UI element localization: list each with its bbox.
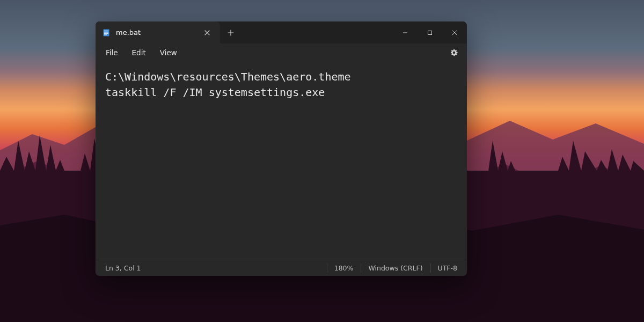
- plus-icon: [228, 30, 234, 36]
- menu-view[interactable]: View: [154, 46, 183, 60]
- status-line-endings[interactable]: Windows (CRLF): [361, 260, 430, 276]
- close-window-button[interactable]: [442, 21, 467, 43]
- menu-edit[interactable]: Edit: [126, 46, 152, 60]
- minimize-button[interactable]: [393, 21, 418, 43]
- maximize-button[interactable]: [418, 21, 442, 43]
- maximize-icon: [427, 30, 433, 35]
- tab-close-button[interactable]: [200, 25, 215, 40]
- minimize-icon: [402, 30, 408, 35]
- statusbar: Ln 3, Col 1 180% Windows (CRLF) UTF-8: [96, 260, 467, 276]
- status-zoom[interactable]: 180%: [327, 260, 361, 276]
- window-controls: [393, 21, 467, 43]
- titlebar[interactable]: me.bat: [96, 21, 467, 43]
- close-icon: [204, 30, 210, 35]
- close-icon: [452, 30, 457, 35]
- status-cursor-position[interactable]: Ln 3, Col 1: [98, 260, 149, 276]
- menubar: File Edit View: [96, 43, 467, 62]
- svg-rect-3: [104, 33, 108, 33]
- new-tab-button[interactable]: [220, 21, 241, 43]
- notepad-window: me.bat: [96, 21, 467, 276]
- svg-rect-5: [428, 31, 432, 34]
- gear-icon: [450, 48, 458, 57]
- status-encoding[interactable]: UTF-8: [430, 260, 465, 276]
- text-editor[interactable]: C:\Windows\resources\Themes\aero.theme t…: [96, 62, 467, 260]
- tab-mebat[interactable]: me.bat: [96, 21, 220, 43]
- tab-title: me.bat: [116, 28, 194, 36]
- menu-file[interactable]: File: [100, 46, 124, 60]
- svg-rect-4: [104, 34, 107, 35]
- svg-rect-2: [104, 32, 108, 32]
- notepad-file-icon: [102, 28, 111, 37]
- settings-button[interactable]: [445, 45, 463, 60]
- svg-rect-0: [104, 29, 109, 36]
- svg-rect-1: [104, 31, 108, 31]
